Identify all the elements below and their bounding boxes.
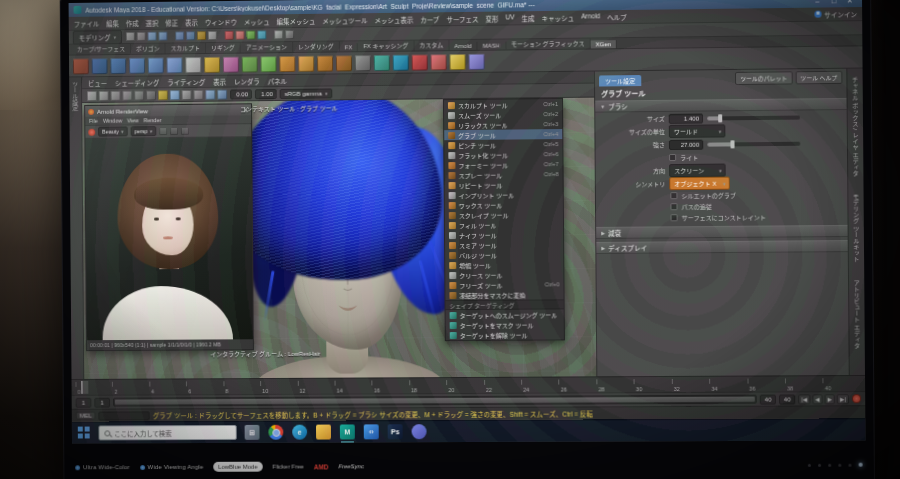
guides-icon[interactable] [374,54,390,70]
menu-item[interactable]: キャッシュ [542,12,575,22]
plane-icon[interactable] [148,57,164,73]
range-slider[interactable] [113,395,757,407]
groom-noise-icon[interactable] [336,55,352,71]
menu-item[interactable]: 変形 [485,13,498,23]
tool-menu-item[interactable]: フィル ツール [445,219,563,230]
select-object-icon[interactable] [126,32,135,41]
right-dock-tab[interactable]: モデリング ツールキット [851,190,861,266]
exposure-field[interactable]: 0.00 [230,89,252,99]
select-camera-icon[interactable] [87,91,97,101]
view-transform-dropdown[interactable]: sRGB gamma ▾ [280,88,333,99]
menuset-dropdown[interactable]: モデリング ▾ [73,30,122,44]
panel-menu-item[interactable]: パネル [268,75,287,85]
symmetry-icon[interactable] [274,30,283,39]
shelf-tab[interactable]: スカルプト [165,42,206,53]
render-icon[interactable] [412,54,428,70]
tool-menu-item[interactable]: 増幅 ツール [445,259,563,270]
ipr-render-icon[interactable] [236,31,245,40]
option-checkbox[interactable] [671,214,678,221]
shelf-tab[interactable]: Arnold [449,42,477,50]
right-dock-tab[interactable]: チャネル ボックス / レイヤ エディタ [850,73,860,180]
range-end-field[interactable]: 40 [760,394,776,404]
wireframe-icon[interactable] [205,89,215,99]
panel-menu-item[interactable]: レンダラ [234,76,260,86]
camera-icon[interactable] [469,53,485,69]
tool-menu-item[interactable]: スクレイプ ツール [445,209,563,220]
arnold-menu-item[interactable]: Window [103,118,122,124]
groom-sculpt-icon[interactable] [279,55,295,71]
tool-menu-item[interactable]: ターゲットをマスク ツール [446,319,564,330]
monitor-button[interactable] [848,463,851,466]
film-gate-icon[interactable] [182,89,192,99]
menu-item[interactable]: 編集 [106,18,119,28]
panel-menu-item[interactable]: シェーディング [115,77,159,87]
camera-dropdown[interactable]: persp ▾ [130,126,156,136]
tool-menu-item[interactable]: スミア ツール [445,239,563,250]
menu-item[interactable]: ヘルプ [607,11,627,21]
panel-menu-item[interactable]: ビュー [88,78,107,88]
cylinder-icon[interactable] [129,57,145,73]
option-checkbox[interactable] [670,203,677,210]
shelf-tab[interactable]: レンダリング [293,40,340,52]
playback-button[interactable]: |◀ [798,394,810,404]
resolution-gate-icon[interactable] [193,89,203,99]
groom-cut-icon[interactable] [355,55,371,71]
tool-menu-item[interactable]: クリース ツール [445,269,563,280]
two-d-pan-icon[interactable] [146,90,156,100]
sphere-icon[interactable] [92,58,108,74]
monitor-button[interactable] [818,463,821,466]
monitor-button[interactable] [808,463,811,466]
shelf-tab[interactable]: MASH [478,41,506,49]
photoshop-icon[interactable]: Ps [388,424,403,439]
construction-icon[interactable] [208,31,217,40]
symmetry-dropdown[interactable]: オブジェクト X ▾ [669,177,729,191]
collapsed-section-header[interactable]: ▶ 減衰 [596,225,848,239]
menu-item[interactable]: メッシュ [244,16,270,26]
aov-dropdown[interactable]: Beauty ▾ [98,126,127,136]
monitor-button[interactable] [838,463,841,466]
menu-item[interactable]: 生成 [522,13,535,23]
vscode-icon[interactable]: ‹› [364,424,379,439]
strength-field[interactable]: 27.000 [669,139,703,149]
render-button[interactable] [88,128,95,135]
snap-grid-icon[interactable] [148,32,157,41]
arnold-toolbar-icon[interactable] [170,127,178,135]
shelf-tab[interactable]: FX キャッシング [358,40,414,52]
window-control-button[interactable]: ✕ [843,0,857,6]
menu-item[interactable]: ファイル [74,18,100,28]
arnold-menu-item[interactable]: File [89,118,98,124]
tool-menu-item[interactable]: ターゲットへのスムージング ツール [446,309,564,320]
tool-menu-item[interactable]: インプリント ツール [445,189,563,200]
tool-menu-item[interactable]: ワックス ツール [445,199,563,210]
hypershade-icon[interactable] [257,30,266,39]
command-line-language-toggle[interactable]: MEL [76,412,96,420]
arnold-menu-item[interactable]: Render [144,117,162,123]
menu-item[interactable]: カーブ [420,14,439,24]
ipr-icon[interactable] [431,54,447,70]
size-field[interactable]: 1.400 [669,113,703,123]
edge-icon[interactable]: e [292,425,307,440]
left-dock-tab[interactable]: ツール設定 [71,77,82,379]
menu-item[interactable]: メッシュツール [322,15,367,26]
menu-item[interactable]: ウィンドウ [205,16,237,26]
window-control-button[interactable]: □ [826,0,840,6]
xgen-description-icon[interactable] [242,56,258,72]
task-view-icon[interactable]: ⊞ [245,425,260,440]
maya-icon[interactable]: M [340,424,355,439]
taskbar-search[interactable]: ここに入力して検索 [98,425,236,440]
gamma-field[interactable]: 1.00 [255,89,277,99]
grease-pencil-icon[interactable] [158,90,168,100]
menu-item[interactable]: サーフェス [446,13,478,23]
menu-item[interactable]: 表示 [185,17,198,27]
torus-icon[interactable] [167,57,183,73]
shelf-tab[interactable]: アニメーション [241,41,293,53]
snap-curve-icon[interactable] [158,32,167,41]
field-entry-icon[interactable] [285,30,294,39]
arnold-menu-item[interactable]: View [127,117,139,123]
tool-settings-dock-tab[interactable]: ツール設定 [599,75,641,87]
monitor-button[interactable] [828,463,831,466]
text-tool-icon[interactable] [223,56,239,72]
window-control-button[interactable]: – [810,0,824,6]
light-icon[interactable] [450,53,466,69]
panel-menu-item[interactable]: 表示 [213,76,226,86]
